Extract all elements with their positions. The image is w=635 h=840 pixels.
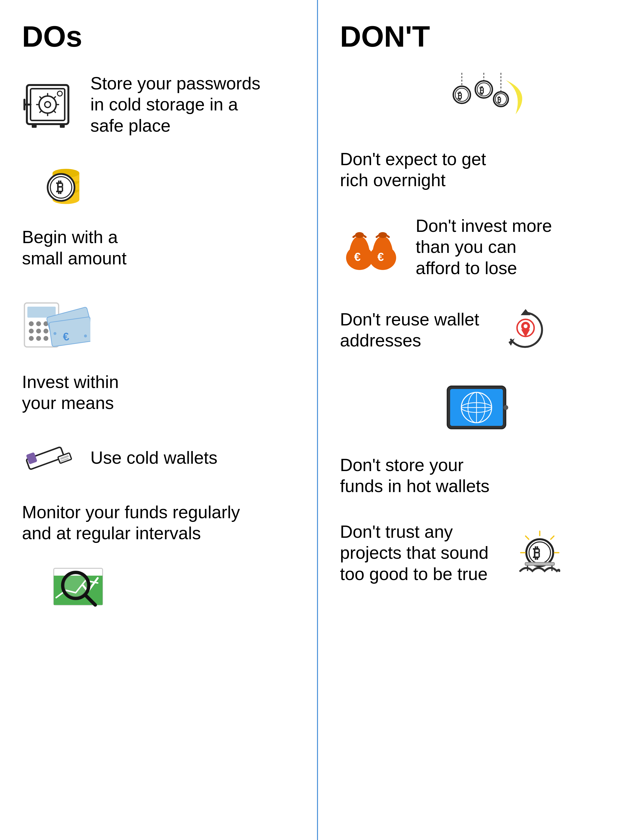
- svg-text:€: €: [354, 250, 361, 264]
- svg-rect-98: [525, 562, 555, 565]
- begin-small-label: Begin with a small amount: [22, 226, 126, 269]
- svg-point-79: [524, 324, 528, 328]
- svg-line-11: [54, 111, 55, 112]
- svg-point-29: [29, 321, 34, 326]
- list-item: ₿ ₿ ₿ Don't expect to get rich overnight: [340, 73, 613, 191]
- svg-rect-15: [60, 124, 65, 128]
- list-item: Don't store your funds in hot wallets: [340, 381, 613, 497]
- list-item: € Invest within your means: [22, 298, 295, 414]
- svg-point-35: [44, 328, 48, 333]
- rich-overnight-label: Don't expect to get rich overnight: [340, 148, 486, 191]
- svg-line-95: [526, 536, 529, 539]
- list-item: Don't reuse wallet addresses: [340, 308, 613, 352]
- list-item: Monitor your funds regularly and at regu…: [22, 502, 295, 615]
- list-item: Use cold wallets: [22, 443, 295, 472]
- svg-line-13: [40, 111, 41, 112]
- calculator-money-icon: €: [22, 298, 90, 352]
- bitcoin-coins-icon: ₿: [41, 166, 95, 207]
- svg-text:₿: ₿: [56, 179, 63, 196]
- donts-title: DON'T: [340, 19, 613, 53]
- too-good-label: Don't trust any projects that sound too …: [340, 521, 488, 584]
- dos-column: DOs: [0, 0, 318, 840]
- svg-line-10: [40, 97, 41, 98]
- location-recycle-icon: [504, 308, 548, 352]
- svg-point-37: [29, 336, 34, 341]
- tablet-globe-icon: [442, 381, 511, 433]
- svg-text:₿: ₿: [497, 96, 501, 104]
- hot-wallets-label: Don't store your funds in hot wallets: [340, 455, 489, 497]
- svg-point-38: [36, 336, 41, 341]
- svg-point-39: [44, 336, 48, 341]
- money-bags-icon: € €: [340, 222, 401, 271]
- svg-text:€: €: [377, 250, 384, 264]
- cold-wallets-label: Use cold wallets: [90, 447, 217, 468]
- list-item: Don't trust any projects that sound too …: [340, 521, 613, 584]
- chart-search-icon: [46, 554, 115, 607]
- svg-point-70: [355, 232, 364, 238]
- svg-text:₿: ₿: [533, 545, 540, 561]
- store-passwords-label: Store your passwords in cold storage in …: [90, 73, 260, 136]
- invest-means-label: Invest within your means: [22, 371, 119, 414]
- svg-line-94: [551, 536, 554, 539]
- svg-line-12: [54, 97, 55, 98]
- svg-point-16: [57, 91, 62, 96]
- list-item: € € Don't invest more than you can affor…: [340, 215, 613, 278]
- page: DOs: [0, 0, 635, 840]
- svg-text:₿: ₿: [457, 91, 462, 101]
- svg-rect-0: [27, 85, 68, 124]
- list-item: ₿ Begin with a small amount: [22, 166, 295, 269]
- safe-icon: [22, 80, 76, 129]
- svg-text:₿: ₿: [479, 85, 484, 96]
- bitcoin-moon-icon: ₿ ₿ ₿: [430, 73, 523, 126]
- svg-point-87: [503, 405, 508, 410]
- usb-icon: [22, 443, 76, 472]
- svg-marker-75: [521, 309, 531, 315]
- bitcoin-trap-icon: ₿: [513, 526, 567, 579]
- svg-point-56: [64, 574, 87, 597]
- list-item: Store your passwords in cold storage in …: [22, 73, 295, 136]
- reuse-addresses-label: Don't reuse wallet addresses: [340, 309, 479, 351]
- svg-point-34: [36, 328, 41, 333]
- svg-point-33: [29, 328, 34, 333]
- dos-title: DOs: [22, 19, 295, 53]
- monitor-funds-label: Monitor your funds regularly and at regu…: [22, 502, 240, 544]
- invest-more-label: Don't invest more than you can afford to…: [416, 215, 552, 278]
- svg-rect-14: [32, 124, 37, 128]
- donts-column: DON'T ₿ ₿: [318, 0, 635, 840]
- svg-point-30: [36, 321, 41, 326]
- svg-point-73: [378, 232, 387, 238]
- svg-point-5: [45, 102, 50, 107]
